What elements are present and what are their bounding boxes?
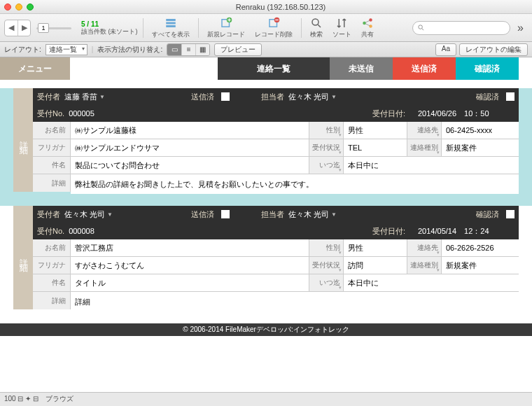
- detail-side-tab[interactable]: 詳細: [13, 206, 33, 309]
- detail-side-tab[interactable]: 詳細: [13, 88, 33, 192]
- svg-rect-2: [166, 25, 176, 27]
- search-input[interactable]: [412, 21, 510, 35]
- recv-status-value[interactable]: 訪問: [344, 257, 407, 274]
- tab-menu[interactable]: メニュー: [0, 57, 70, 80]
- detail-value[interactable]: 弊社製品の詳細をお聞きした上で、見積をお願いしたいとの事です。: [71, 174, 519, 194]
- main-toolbar: ◀ ▶ 1 5 / 11 該当件数 (未ソート) すべてを表示 新規レコード レ…: [0, 14, 532, 42]
- layout-label: レイアウト:: [4, 45, 41, 55]
- contact-type-value[interactable]: 新規案件: [442, 139, 519, 156]
- svg-point-9: [369, 18, 372, 22]
- sort-button[interactable]: ソート: [329, 17, 355, 39]
- share-button[interactable]: 共有: [358, 17, 377, 39]
- tab-sent[interactable]: 送信済: [393, 57, 456, 80]
- svg-rect-0: [166, 19, 176, 21]
- layout-select[interactable]: 連絡一覧: [46, 44, 88, 55]
- window-controls: [4, 4, 34, 10]
- edit-layout-button[interactable]: レイアウトの編集: [459, 43, 528, 56]
- card-header-1: 受付者佐々木 光司▼ 送信済 担当者佐々木 光司▼ 確認済: [33, 206, 519, 223]
- show-all-button[interactable]: すべてを表示: [148, 17, 193, 39]
- content-area: メニュー 連絡一覧 未送信 送信済 確認済 詳細 受付者遠藤 香苗▼ 送信済 担…: [0, 57, 532, 392]
- when-value[interactable]: 本日中に: [344, 157, 519, 174]
- window-titlebar: Renraku (192.168.50.123): [0, 0, 532, 14]
- furigana-value[interactable]: ㈱サンプルエンドウサマ: [71, 139, 309, 156]
- svg-point-8: [363, 21, 366, 24]
- when-value[interactable]: 本日中に: [344, 274, 519, 291]
- receipt-date-value: 2014/06/26 10：50: [418, 108, 489, 119]
- copyright-footer: © 2006-2014 FileMakerデベロッパ:インフォトレック: [0, 323, 532, 336]
- view-tabs: メニュー 連絡一覧 未送信 送信済 確認済: [0, 57, 532, 80]
- toolbar-overflow-button[interactable]: »: [513, 22, 528, 34]
- contact-type-value[interactable]: 新規案件: [442, 257, 519, 274]
- status-bar: 100 ⊟ ✦ ⊟ ブラウズ: [0, 392, 532, 405]
- record-slider[interactable]: 1: [36, 22, 71, 34]
- record-info: 5 / 11 該当件数 (未ソート): [81, 20, 138, 36]
- record-card: 詳細 受付者遠藤 香苗▼ 送信済 担当者佐々木 光司▼ 確認済 受付No.000…: [0, 88, 532, 206]
- confirmed-checkbox[interactable]: [506, 210, 514, 218]
- record-nav: ◀ ▶: [4, 20, 31, 36]
- gender-value[interactable]: 男性: [344, 122, 407, 139]
- record-count: 該当件数 (未ソート): [81, 29, 138, 36]
- svg-point-11: [419, 25, 423, 29]
- search-icon: [417, 24, 425, 31]
- assignee-value: 佐々木 光司: [288, 209, 329, 220]
- view-table-button[interactable]: ▦: [195, 44, 209, 55]
- view-switch-label: 表示方法の切り替え:: [97, 45, 162, 55]
- receipt-date-value: 2014/05/14 12：24: [418, 226, 489, 237]
- zoom-level[interactable]: 100 ⊟ ✦ ⊟: [4, 395, 38, 402]
- recv-status-value[interactable]: TEL: [344, 139, 407, 156]
- find-button[interactable]: 検索: [307, 17, 326, 39]
- page-title: 連絡一覧: [218, 57, 330, 80]
- sent-checkbox[interactable]: [221, 210, 230, 218]
- view-form-button[interactable]: ▭: [167, 44, 181, 55]
- next-record-button[interactable]: ▶: [18, 20, 30, 36]
- record-card: 詳細 受付者佐々木 光司▼ 送信済 担当者佐々木 光司▼ 確認済 受付No.00…: [0, 206, 532, 323]
- minimize-icon[interactable]: [15, 4, 22, 10]
- svg-point-7: [312, 19, 318, 25]
- receiver-value: 佐々木 光司: [64, 209, 105, 220]
- mode-label[interactable]: ブラウズ: [46, 394, 74, 404]
- svg-rect-1: [166, 22, 176, 24]
- svg-point-10: [369, 24, 372, 28]
- receiver-value: 遠藤 香苗: [64, 92, 97, 102]
- close-icon[interactable]: [4, 4, 11, 10]
- gender-value[interactable]: 男性: [344, 239, 407, 256]
- receipt-no-value: 000005: [69, 109, 94, 118]
- record-position: 5 / 11: [81, 20, 99, 28]
- subject-value[interactable]: 製品についてお問合わせ: [71, 157, 309, 174]
- text-size-button[interactable]: Aa: [435, 43, 456, 56]
- card-header-1: 受付者遠藤 香苗▼ 送信済 担当者佐々木 光司▼ 確認済: [33, 88, 519, 105]
- record-current: 1: [38, 23, 49, 33]
- subject-value[interactable]: タイトル: [71, 274, 309, 291]
- receipt-no-value: 000008: [69, 227, 94, 235]
- zoom-icon[interactable]: [27, 4, 34, 10]
- tab-unsent[interactable]: 未送信: [330, 57, 393, 80]
- card-list: 詳細 受付者遠藤 香苗▼ 送信済 担当者佐々木 光司▼ 確認済 受付No.000…: [0, 80, 532, 323]
- furigana-value[interactable]: すがさわこうむてん: [71, 257, 309, 274]
- delete-record-button[interactable]: レコード削除: [251, 17, 296, 39]
- view-list-button[interactable]: ≡: [181, 44, 195, 55]
- layout-bar: レイアウト: 連絡一覧 | 表示方法の切り替え: ▭ ≡ ▦ プレビュー Aa …: [0, 42, 532, 57]
- contact-value[interactable]: 06-2425-xxxx: [442, 122, 519, 139]
- confirmed-checkbox[interactable]: [506, 92, 514, 101]
- tab-confirmed[interactable]: 確認済: [456, 57, 519, 80]
- assignee-value: 佐々木 光司: [288, 92, 329, 102]
- new-record-button[interactable]: 新規レコード: [204, 17, 248, 39]
- prev-record-button[interactable]: ◀: [5, 20, 18, 36]
- sent-checkbox[interactable]: [221, 92, 230, 101]
- card-header-2: 受付No.000008 受付日付: 2014/05/14 12：24: [33, 223, 519, 239]
- card-header-2: 受付No.000005 受付日付: 2014/06/26 10：50: [33, 105, 519, 122]
- preview-button[interactable]: プレビュー: [214, 43, 262, 56]
- contact-value[interactable]: 06-2626-2526: [442, 239, 519, 256]
- view-mode-buttons: ▭ ≡ ▦: [167, 43, 210, 56]
- name-value[interactable]: 菅沢工務店: [71, 239, 309, 256]
- window-title: Renraku (192.168.50.123): [34, 3, 528, 11]
- name-value[interactable]: ㈱サンプル遠藤様: [71, 122, 309, 139]
- detail-value[interactable]: 詳細: [71, 292, 519, 312]
